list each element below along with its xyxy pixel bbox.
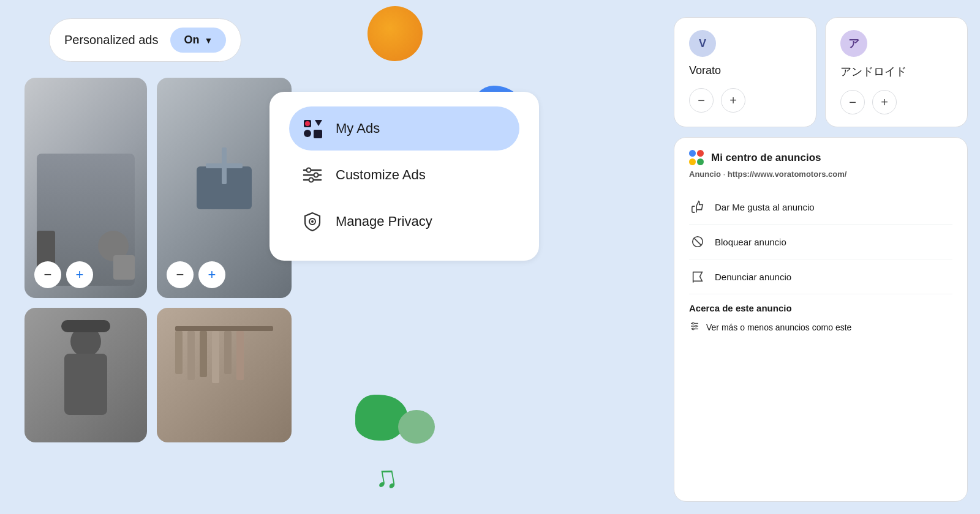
svg-rect-2 <box>304 130 311 137</box>
svg-point-18 <box>692 322 694 324</box>
ad-about-section: Acerca de este anuncio Ver más o menos a… <box>689 303 952 334</box>
green-blob-decoration-2 <box>398 410 435 444</box>
android-jp-minus-button[interactable]: − <box>840 90 865 114</box>
ad-action-report-label: Denunciar anuncio <box>715 272 791 282</box>
main-container: Personalized ads On ▼ − + <box>0 0 980 514</box>
ad-center-title: Mi centro de anuncios <box>711 152 821 164</box>
ad-action-report[interactable]: Denunciar anuncio <box>689 259 952 294</box>
block-icon <box>689 233 706 250</box>
toggle-label: Personalized ads <box>64 33 158 47</box>
ad-url: Anuncio · https://www.voratomotors.com/ <box>689 169 952 179</box>
adjust-icon <box>689 321 700 334</box>
ad-action-like-label: Dar Me gusta al anuncio <box>715 202 815 212</box>
menu-item-my-ads[interactable]: My Ads <box>289 106 519 151</box>
vorato-plus-button[interactable]: + <box>721 88 745 113</box>
card-2-minus-button[interactable]: − <box>167 261 194 288</box>
svg-point-19 <box>695 326 697 327</box>
svg-rect-3 <box>314 130 322 138</box>
vorato-minus-button[interactable]: − <box>689 88 714 113</box>
image-card-person <box>24 308 147 442</box>
toggle-on-button[interactable]: On ▼ <box>170 28 226 53</box>
interest-cards-row: V Vorato − + ア アンドロイド − + <box>674 17 968 127</box>
card-1-controls: − + <box>34 261 93 288</box>
customize-ads-icon <box>301 164 323 186</box>
interest-name-android-jp: アンドロイド <box>840 64 952 79</box>
flag-icon <box>689 268 706 285</box>
svg-point-9 <box>314 173 318 177</box>
ad-about-title: Acerca de este anuncio <box>689 303 952 313</box>
ad-center-panel: Mi centro de anuncios Anuncio · https://… <box>674 137 968 502</box>
avatar-vorato: V <box>689 30 716 57</box>
android-jp-plus-button[interactable]: + <box>872 90 897 114</box>
menu-item-manage-privacy[interactable]: Manage Privacy <box>289 199 519 244</box>
menu-item-manage-privacy-label: Manage Privacy <box>336 214 432 229</box>
svg-point-20 <box>692 328 694 330</box>
image-card-clothes <box>157 308 292 442</box>
ad-about-more-less-label: Ver más o menos anuncios como este <box>706 322 851 332</box>
card-1-plus-button[interactable]: + <box>66 261 93 288</box>
menu-item-customize-ads[interactable]: Customize Ads <box>289 153 519 197</box>
card-1-minus-button[interactable]: − <box>34 261 61 288</box>
ad-action-like[interactable]: Dar Me gusta al anuncio <box>689 190 952 225</box>
android-jp-controls: − + <box>840 90 952 114</box>
ad-action-block[interactable]: Bloquear anuncio <box>689 225 952 259</box>
thumbs-up-icon <box>689 198 706 215</box>
avatar-android-jp: ア <box>840 30 867 57</box>
right-section: V Vorato − + ア アンドロイド − + <box>674 12 968 502</box>
google-dots-icon <box>689 150 705 166</box>
card-2-plus-button[interactable]: + <box>198 261 225 288</box>
menu-item-my-ads-label: My Ads <box>336 121 380 136</box>
menu-item-customize-ads-label: Customize Ads <box>336 167 426 183</box>
green-music-note-decoration: ♫ <box>371 457 401 497</box>
vorato-controls: − + <box>689 88 801 113</box>
interest-card-vorato: V Vorato − + <box>674 17 816 127</box>
svg-point-4 <box>305 121 310 126</box>
ad-about-more-less[interactable]: Ver más o menos anuncios como este <box>689 321 952 334</box>
interest-name-vorato: Vorato <box>689 64 801 77</box>
svg-point-12 <box>311 220 314 223</box>
svg-point-8 <box>307 168 311 173</box>
image-card-kitchen: − + <box>24 78 147 298</box>
card-2-controls: − + <box>167 261 225 288</box>
ad-center-header: Mi centro de anuncios <box>689 150 952 166</box>
personalized-ads-toggle-bar: Personalized ads On ▼ <box>49 18 241 62</box>
toggle-status: On <box>184 34 199 47</box>
left-section: Personalized ads On ▼ − + <box>12 12 662 502</box>
svg-marker-1 <box>315 120 322 126</box>
chevron-down-icon: ▼ <box>204 35 213 45</box>
manage-privacy-icon <box>301 210 323 233</box>
svg-line-14 <box>694 238 701 245</box>
ad-action-block-label: Bloquear anuncio <box>715 237 786 247</box>
orange-decoration <box>368 6 423 61</box>
ad-menu-card: My Ads Customize Ads <box>270 92 539 261</box>
my-ads-icon <box>301 117 323 140</box>
interest-card-android-jp: ア アンドロイド − + <box>825 17 968 127</box>
svg-point-10 <box>309 178 314 182</box>
